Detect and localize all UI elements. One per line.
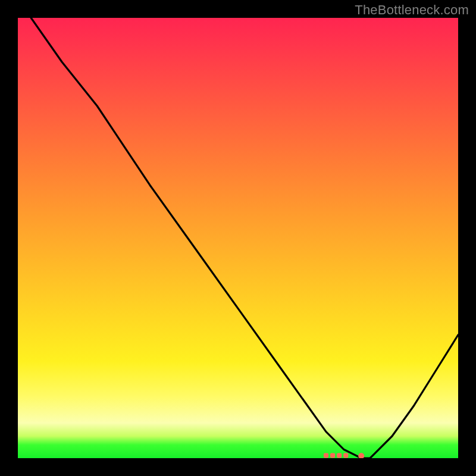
watermark-label: TheBottleneck.com bbox=[355, 2, 469, 18]
min-marker-chip bbox=[324, 453, 328, 458]
min-marker-chip bbox=[337, 453, 342, 458]
min-marker-dot bbox=[358, 453, 364, 458]
min-marker-chip bbox=[343, 453, 348, 458]
bottleneck-curve bbox=[31, 18, 458, 458]
plot-area bbox=[18, 18, 458, 458]
curve-layer bbox=[18, 18, 458, 458]
chart-frame: TheBottleneck.com bbox=[0, 0, 476, 476]
min-marker-chip bbox=[330, 453, 335, 458]
